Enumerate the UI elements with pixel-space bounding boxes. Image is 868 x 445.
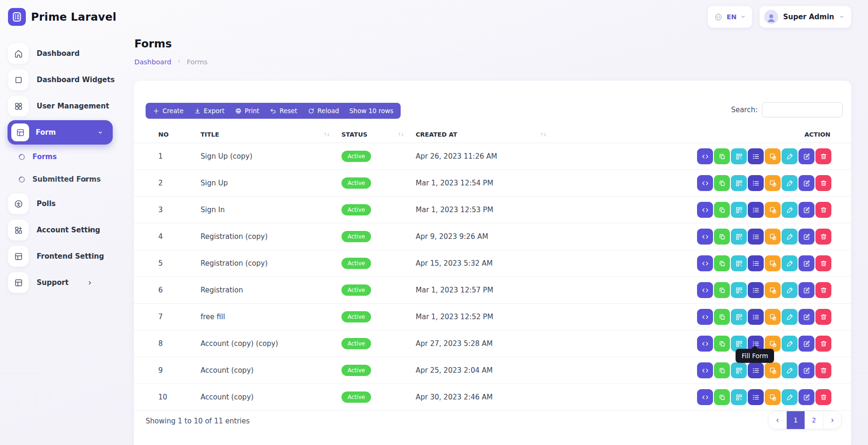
action-edit-button[interactable] (798, 255, 814, 271)
action-fill-form-button[interactable] (748, 362, 764, 378)
action-code-button[interactable] (697, 255, 713, 271)
action-brush-button[interactable] (782, 309, 798, 325)
action-delete-button[interactable] (815, 282, 831, 298)
action-fill-form-button[interactable] (748, 389, 764, 405)
action-clone-button[interactable] (765, 309, 781, 325)
pagination-next[interactable] (823, 411, 841, 429)
action-edit-button[interactable] (798, 336, 814, 352)
sort-icon[interactable]: ↑↓ (323, 132, 329, 137)
column-header-created-at[interactable]: CREATED AT↑↓ (416, 126, 558, 143)
action-clone-button[interactable] (765, 148, 781, 164)
action-clone-button[interactable] (765, 389, 781, 405)
action-code-button[interactable] (697, 229, 713, 245)
pagination-prev[interactable] (768, 411, 786, 429)
action-clone-button[interactable] (765, 229, 781, 245)
action-edit-button[interactable] (798, 202, 814, 218)
action-clone-button[interactable] (765, 255, 781, 271)
sort-icon[interactable]: ↑↓ (540, 132, 546, 137)
action-edit-button[interactable] (798, 282, 814, 298)
sidebar-item-submitted-forms[interactable]: Submitted Forms (0, 168, 118, 191)
action-clone-button[interactable] (765, 362, 781, 378)
action-qr-code-button[interactable] (731, 255, 747, 271)
sidebar-item-dashboard-widgets[interactable]: Dashboard Widgets (0, 67, 118, 93)
language-pill[interactable]: EN (708, 6, 752, 28)
action-delete-button[interactable] (815, 336, 831, 352)
action-code-button[interactable] (697, 282, 713, 298)
action-code-button[interactable] (697, 175, 713, 191)
action-copy-button[interactable] (714, 282, 730, 298)
action-edit-button[interactable] (798, 389, 814, 405)
action-copy-button[interactable] (714, 336, 730, 352)
action-copy-button[interactable] (714, 202, 730, 218)
action-brush-button[interactable] (782, 175, 798, 191)
action-copy-button[interactable] (714, 175, 730, 191)
action-fill-form-button[interactable] (748, 175, 764, 191)
action-brush-button[interactable] (782, 336, 798, 352)
action-delete-button[interactable] (815, 202, 831, 218)
create-button[interactable]: Create (147, 103, 189, 119)
sidebar-item-frontend-setting[interactable]: Frontend Setting (0, 243, 118, 269)
action-brush-button[interactable] (782, 362, 798, 378)
show-10-rows-button[interactable]: Show 10 rows (344, 103, 399, 119)
action-qr-code-button[interactable] (731, 362, 747, 378)
action-qr-code-button[interactable] (731, 229, 747, 245)
export-button[interactable]: Export (189, 103, 230, 119)
action-qr-code-button[interactable] (731, 389, 747, 405)
action-delete-button[interactable] (815, 175, 831, 191)
action-clone-button[interactable] (765, 175, 781, 191)
action-delete-button[interactable] (815, 255, 831, 271)
action-edit-button[interactable] (798, 309, 814, 325)
action-copy-button[interactable] (714, 148, 730, 164)
sidebar-item-account-setting[interactable]: Account Setting (0, 217, 118, 243)
action-qr-code-button[interactable] (731, 309, 747, 325)
action-brush-button[interactable] (782, 282, 798, 298)
column-header-title[interactable]: TITLE↑↓ (201, 126, 341, 143)
action-fill-form-button[interactable] (748, 229, 764, 245)
action-delete-button[interactable] (815, 229, 831, 245)
action-copy-button[interactable] (714, 229, 730, 245)
action-copy-button[interactable] (714, 362, 730, 378)
action-fill-form-button[interactable] (748, 282, 764, 298)
action-delete-button[interactable] (815, 148, 831, 164)
action-brush-button[interactable] (782, 148, 798, 164)
sidebar-item-support[interactable]: Support (0, 269, 118, 296)
action-code-button[interactable] (697, 202, 713, 218)
breadcrumb-link-dashboard[interactable]: Dashboard (134, 58, 171, 66)
action-brush-button[interactable] (782, 229, 798, 245)
action-fill-form-button[interactable] (748, 148, 764, 164)
action-edit-button[interactable] (798, 362, 814, 378)
action-delete-button[interactable] (815, 309, 831, 325)
action-clone-button[interactable] (765, 282, 781, 298)
action-brush-button[interactable] (782, 389, 798, 405)
pagination-page-1[interactable]: 1 (786, 411, 805, 429)
sidebar-item-polls[interactable]: Polls (0, 191, 118, 217)
reset-button[interactable]: Reset (264, 103, 302, 119)
sidebar-item-user-management[interactable]: User Management (0, 93, 118, 119)
print-button[interactable]: Print (230, 103, 264, 119)
action-edit-button[interactable] (798, 175, 814, 191)
search-input[interactable] (762, 102, 843, 117)
action-fill-form-button[interactable] (748, 255, 764, 271)
profile-pill[interactable]: Super Admin (760, 6, 851, 28)
action-code-button[interactable] (697, 148, 713, 164)
action-qr-code-button[interactable] (731, 175, 747, 191)
action-code-button[interactable] (697, 362, 713, 378)
action-copy-button[interactable] (714, 255, 730, 271)
action-qr-code-button[interactable] (731, 202, 747, 218)
sort-icon[interactable]: ↑↓ (397, 132, 403, 137)
action-fill-form-button[interactable] (748, 202, 764, 218)
column-header-status[interactable]: STATUS↑↓ (341, 126, 416, 143)
sidebar-item-form[interactable]: Form (8, 120, 113, 145)
action-fill-form-button[interactable] (748, 309, 764, 325)
action-clone-button[interactable] (765, 202, 781, 218)
action-code-button[interactable] (697, 389, 713, 405)
action-delete-button[interactable] (815, 362, 831, 378)
sidebar-item-forms[interactable]: Forms (0, 146, 118, 168)
pagination-page-2[interactable]: 2 (805, 411, 823, 429)
sidebar-item-dashboard[interactable]: Dashboard (0, 40, 118, 67)
action-qr-code-button[interactable] (731, 148, 747, 164)
action-code-button[interactable] (697, 309, 713, 325)
action-brush-button[interactable] (782, 255, 798, 271)
action-edit-button[interactable] (798, 229, 814, 245)
action-qr-code-button[interactable] (731, 282, 747, 298)
